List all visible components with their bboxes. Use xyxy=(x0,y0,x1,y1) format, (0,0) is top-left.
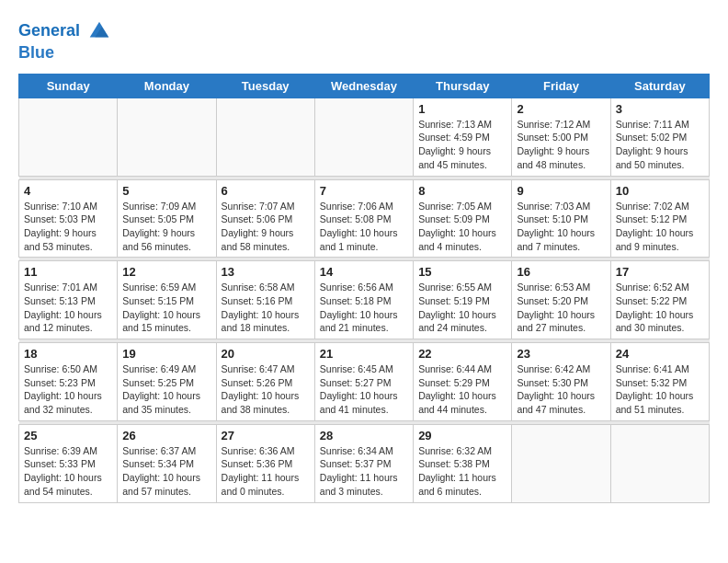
cell-info: Sunrise: 6:49 AM Sunset: 5:25 PM Dayligh… xyxy=(122,362,210,417)
calendar-cell: 7Sunrise: 7:06 AM Sunset: 5:08 PM Daylig… xyxy=(314,179,413,258)
calendar-cell: 20Sunrise: 6:47 AM Sunset: 5:26 PM Dayli… xyxy=(216,343,314,421)
calendar-cell: 16Sunrise: 6:53 AM Sunset: 5:20 PM Dayli… xyxy=(512,261,610,339)
date-number: 12 xyxy=(122,265,210,279)
calendar-cell: 29Sunrise: 6:32 AM Sunset: 5:38 PM Dayli… xyxy=(414,424,512,502)
date-number: 5 xyxy=(122,184,210,198)
calendar-cell: 11Sunrise: 7:01 AM Sunset: 5:13 PM Dayli… xyxy=(19,261,118,339)
cell-info: Sunrise: 7:10 AM Sunset: 5:03 PM Dayligh… xyxy=(24,200,112,254)
cell-info: Sunrise: 6:32 AM Sunset: 5:38 PM Dayligh… xyxy=(418,444,506,499)
cell-info: Sunrise: 7:13 AM Sunset: 4:59 PM Dayligh… xyxy=(418,118,506,172)
cell-info: Sunrise: 6:45 AM Sunset: 5:27 PM Dayligh… xyxy=(320,362,408,417)
day-header-thursday: Thursday xyxy=(414,74,512,98)
page-header: General Blue xyxy=(18,15,710,63)
date-number: 17 xyxy=(616,265,704,279)
logo-blue: Blue xyxy=(18,44,112,63)
calendar-table: SundayMondayTuesdayWednesdayThursdayFrid… xyxy=(18,74,710,503)
cell-info: Sunrise: 7:03 AM Sunset: 5:10 PM Dayligh… xyxy=(517,200,605,254)
date-number: 26 xyxy=(122,429,210,442)
cell-info: Sunrise: 6:58 AM Sunset: 5:16 PM Dayligh… xyxy=(222,281,310,335)
calendar-cell: 14Sunrise: 6:56 AM Sunset: 5:18 PM Dayli… xyxy=(314,261,413,339)
cell-info: Sunrise: 6:55 AM Sunset: 5:19 PM Dayligh… xyxy=(418,281,506,335)
cell-info: Sunrise: 6:41 AM Sunset: 5:32 PM Dayligh… xyxy=(616,362,704,417)
calendar-cell: 25Sunrise: 6:39 AM Sunset: 5:33 PM Dayli… xyxy=(19,424,118,502)
cell-info: Sunrise: 6:59 AM Sunset: 5:15 PM Dayligh… xyxy=(122,281,210,335)
date-number: 16 xyxy=(517,265,605,279)
date-number: 10 xyxy=(616,184,704,198)
day-header-wednesday: Wednesday xyxy=(314,74,413,98)
logo-text: General xyxy=(18,18,112,44)
calendar-cell: 6Sunrise: 7:07 AM Sunset: 5:06 PM Daylig… xyxy=(216,179,314,258)
date-number: 24 xyxy=(616,347,704,361)
cell-info: Sunrise: 6:53 AM Sunset: 5:20 PM Dayligh… xyxy=(517,281,605,335)
cell-info: Sunrise: 6:42 AM Sunset: 5:30 PM Dayligh… xyxy=(517,362,605,417)
date-number: 15 xyxy=(418,265,506,279)
calendar-cell: 21Sunrise: 6:45 AM Sunset: 5:27 PM Dayli… xyxy=(314,343,413,421)
date-number: 20 xyxy=(222,347,310,361)
calendar-cell: 1Sunrise: 7:13 AM Sunset: 4:59 PM Daylig… xyxy=(414,98,512,176)
date-number: 28 xyxy=(320,429,408,442)
calendar-cell: 13Sunrise: 6:58 AM Sunset: 5:16 PM Dayli… xyxy=(216,261,314,339)
date-number: 18 xyxy=(24,347,112,361)
date-number: 25 xyxy=(24,429,112,442)
day-header-monday: Monday xyxy=(118,74,216,98)
date-number: 23 xyxy=(517,347,605,361)
calendar-cell xyxy=(314,98,413,176)
calendar-cell: 18Sunrise: 6:50 AM Sunset: 5:23 PM Dayli… xyxy=(19,343,118,421)
day-header-friday: Friday xyxy=(512,74,610,98)
calendar-cell xyxy=(512,424,610,502)
date-number: 9 xyxy=(517,184,605,198)
calendar-cell: 22Sunrise: 6:44 AM Sunset: 5:29 PM Dayli… xyxy=(414,343,512,421)
date-number: 11 xyxy=(24,265,112,279)
calendar-cell xyxy=(610,424,709,502)
calendar-cell: 26Sunrise: 6:37 AM Sunset: 5:34 PM Dayli… xyxy=(118,424,216,502)
calendar-cell: 8Sunrise: 7:05 AM Sunset: 5:09 PM Daylig… xyxy=(414,179,512,258)
cell-info: Sunrise: 7:02 AM Sunset: 5:12 PM Dayligh… xyxy=(616,200,704,254)
cell-info: Sunrise: 6:47 AM Sunset: 5:26 PM Dayligh… xyxy=(222,362,310,417)
calendar-cell: 28Sunrise: 6:34 AM Sunset: 5:37 PM Dayli… xyxy=(314,424,413,502)
date-number: 29 xyxy=(418,429,506,442)
date-number: 8 xyxy=(418,184,506,198)
date-number: 1 xyxy=(418,102,506,116)
cell-info: Sunrise: 7:01 AM Sunset: 5:13 PM Dayligh… xyxy=(24,281,112,335)
calendar-cell: 10Sunrise: 7:02 AM Sunset: 5:12 PM Dayli… xyxy=(610,179,709,258)
date-number: 14 xyxy=(320,265,408,279)
cell-info: Sunrise: 6:36 AM Sunset: 5:36 PM Dayligh… xyxy=(222,444,310,499)
calendar-cell: 27Sunrise: 6:36 AM Sunset: 5:36 PM Dayli… xyxy=(216,424,314,502)
calendar-cell: 4Sunrise: 7:10 AM Sunset: 5:03 PM Daylig… xyxy=(19,179,118,258)
calendar-cell: 2Sunrise: 7:12 AM Sunset: 5:00 PM Daylig… xyxy=(512,98,610,176)
date-number: 21 xyxy=(320,347,408,361)
cell-info: Sunrise: 7:07 AM Sunset: 5:06 PM Dayligh… xyxy=(222,200,310,254)
cell-info: Sunrise: 6:44 AM Sunset: 5:29 PM Dayligh… xyxy=(418,362,506,417)
day-header-sunday: Sunday xyxy=(19,74,118,98)
date-number: 19 xyxy=(122,347,210,361)
cell-info: Sunrise: 7:12 AM Sunset: 5:00 PM Dayligh… xyxy=(517,118,605,172)
calendar-cell: 17Sunrise: 6:52 AM Sunset: 5:22 PM Dayli… xyxy=(610,261,709,339)
cell-info: Sunrise: 6:34 AM Sunset: 5:37 PM Dayligh… xyxy=(320,444,408,499)
cell-info: Sunrise: 6:50 AM Sunset: 5:23 PM Dayligh… xyxy=(24,362,112,417)
calendar-cell: 3Sunrise: 7:11 AM Sunset: 5:02 PM Daylig… xyxy=(610,98,709,176)
cell-info: Sunrise: 6:39 AM Sunset: 5:33 PM Dayligh… xyxy=(24,444,112,499)
cell-info: Sunrise: 6:37 AM Sunset: 5:34 PM Dayligh… xyxy=(122,444,210,499)
cell-info: Sunrise: 7:11 AM Sunset: 5:02 PM Dayligh… xyxy=(616,118,704,172)
day-header-tuesday: Tuesday xyxy=(216,74,314,98)
calendar-cell xyxy=(118,98,216,176)
cell-info: Sunrise: 6:52 AM Sunset: 5:22 PM Dayligh… xyxy=(616,281,704,335)
calendar-cell: 15Sunrise: 6:55 AM Sunset: 5:19 PM Dayli… xyxy=(414,261,512,339)
calendar-cell xyxy=(216,98,314,176)
cell-info: Sunrise: 7:06 AM Sunset: 5:08 PM Dayligh… xyxy=(320,200,408,254)
calendar-cell: 5Sunrise: 7:09 AM Sunset: 5:05 PM Daylig… xyxy=(118,179,216,258)
date-number: 4 xyxy=(24,184,112,198)
calendar-cell: 24Sunrise: 6:41 AM Sunset: 5:32 PM Dayli… xyxy=(610,343,709,421)
date-number: 3 xyxy=(616,102,704,116)
cell-info: Sunrise: 7:09 AM Sunset: 5:05 PM Dayligh… xyxy=(122,200,210,254)
date-number: 13 xyxy=(222,265,310,279)
calendar-cell: 9Sunrise: 7:03 AM Sunset: 5:10 PM Daylig… xyxy=(512,179,610,258)
date-number: 7 xyxy=(320,184,408,198)
calendar-cell: 23Sunrise: 6:42 AM Sunset: 5:30 PM Dayli… xyxy=(512,343,610,421)
date-number: 6 xyxy=(222,184,310,198)
calendar-cell xyxy=(19,98,118,176)
date-number: 22 xyxy=(418,347,506,361)
logo: General Blue xyxy=(18,18,112,63)
cell-info: Sunrise: 7:05 AM Sunset: 5:09 PM Dayligh… xyxy=(418,200,506,254)
calendar-cell: 19Sunrise: 6:49 AM Sunset: 5:25 PM Dayli… xyxy=(118,343,216,421)
